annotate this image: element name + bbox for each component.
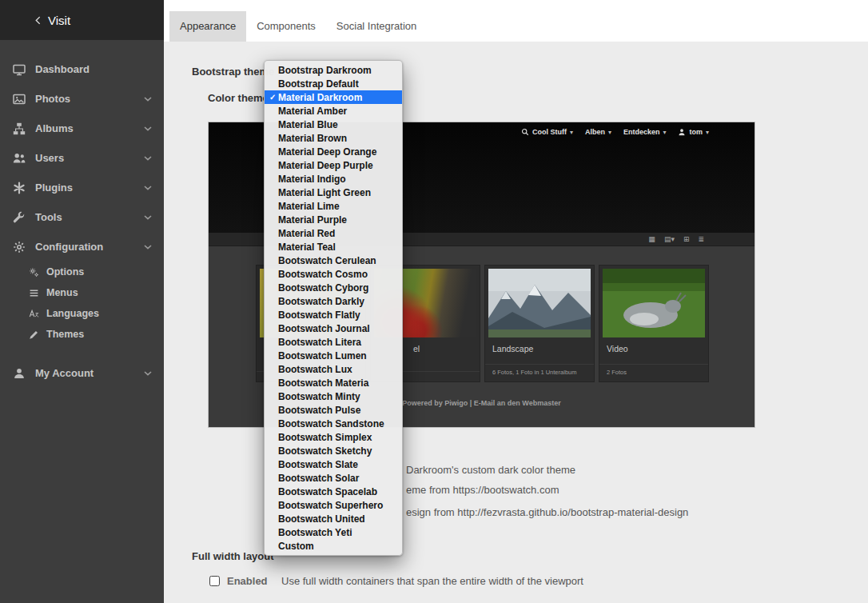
dropdown-option-label: Custom xyxy=(278,541,314,552)
album-card: Video 2 Fotos xyxy=(599,265,709,382)
dropdown-option[interactable]: Bootstrap Darkroom xyxy=(265,63,402,77)
tools-icon xyxy=(13,211,26,224)
dropdown-option-label: Bootswatch Minty xyxy=(278,391,360,402)
tab-appearance[interactable]: Appearance xyxy=(169,11,246,42)
dropdown-option-label: Material Red xyxy=(278,228,335,239)
user-icon xyxy=(678,128,686,136)
album-card-footer: 6 Fotos, 1 Foto in 1 Unteralbum xyxy=(485,364,594,381)
dropdown-option[interactable]: Bootswatch Materia xyxy=(265,376,402,389)
dropdown-option[interactable]: Material Blue xyxy=(265,118,402,131)
dropdown-option-label: Material Light Green xyxy=(278,187,371,198)
dropdown-option[interactable]: Material Light Green xyxy=(265,186,402,199)
album-card-footer: 2 Fotos xyxy=(599,364,708,381)
dropdown-option[interactable]: Material Purple xyxy=(265,213,402,226)
dropdown-option[interactable]: Bootswatch Darkly xyxy=(265,294,402,308)
dropdown-option-label: Bootswatch Flatly xyxy=(278,309,360,321)
dropdown-option[interactable]: Bootswatch Litera xyxy=(265,335,402,349)
preview-navbar: Cool Stuff ▾ Alben ▾ Entdecken ▾ tom xyxy=(521,128,709,136)
dropdown-option-label: Material Amber xyxy=(278,106,347,117)
dropdown-option[interactable]: Bootswatch Sandstone xyxy=(265,417,402,430)
dropdown-option-label: Material Brown xyxy=(278,133,347,144)
calendar-view-icon: ▤▾ xyxy=(664,234,675,245)
sidebar-item-users[interactable]: Users xyxy=(0,143,164,173)
tab-components[interactable]: Components xyxy=(246,11,326,42)
dropdown-option[interactable]: Bootswatch United xyxy=(265,512,402,525)
dropdown-option-label: Material Blue xyxy=(278,119,338,130)
dropdown-option[interactable]: Bootswatch Lumen xyxy=(265,349,402,362)
configuration-icon xyxy=(13,241,26,254)
users-icon xyxy=(13,152,26,165)
dropdown-option-label: Bootswatch Superhero xyxy=(278,500,383,511)
dropdown-option[interactable]: Bootswatch Flatly xyxy=(265,308,402,321)
dropdown-option[interactable]: Bootswatch Simplex xyxy=(265,430,402,444)
dropdown-option[interactable]: Bootswatch Sketchy xyxy=(265,444,402,457)
sidebar-item-label: Plugins xyxy=(35,182,73,194)
dropdown-option-label: Material Teal xyxy=(278,242,336,253)
main-panel: Appearance Components Social Integration… xyxy=(164,0,868,603)
sidebar-item-label: Users xyxy=(35,152,64,164)
dropdown-option[interactable]: Material Lime xyxy=(265,199,402,213)
visit-link[interactable]: Visit xyxy=(0,0,164,40)
large-grid-icon: ⊞ xyxy=(683,234,690,245)
dropdown-option[interactable]: Material Red xyxy=(265,226,402,240)
dropdown-option-label: Material Darkroom xyxy=(278,92,362,103)
sidebar-item-configuration[interactable]: Configuration xyxy=(0,232,164,262)
dropdown-option[interactable]: Material Brown xyxy=(265,131,402,145)
album-card: Landscape 6 Fotos, 1 Foto in 1 Unteralbu… xyxy=(484,265,595,382)
caret-down-icon: ▾ xyxy=(663,129,666,136)
languages-icon xyxy=(29,309,39,319)
sidebar-item-plugins[interactable]: Plugins xyxy=(0,173,164,202)
dropdown-option[interactable]: Bootswatch Yeti xyxy=(265,525,402,539)
dropdown-option[interactable]: Bootswatch Cerulean xyxy=(265,254,402,267)
dropdown-option[interactable]: Bootswatch Pulse xyxy=(265,403,402,417)
dropdown-option-label: Bootswatch Simplex xyxy=(278,432,372,443)
albums-icon xyxy=(13,122,26,135)
sidebar-item-label: Themes xyxy=(46,329,84,340)
check-icon xyxy=(269,93,278,102)
dropdown-option-label: Bootswatch Slate xyxy=(278,459,358,470)
my-account-icon xyxy=(13,367,26,380)
dropdown-option[interactable]: Material Deep Purple xyxy=(265,158,402,172)
dropdown-option[interactable]: Bootswatch Cosmo xyxy=(265,267,402,281)
dropdown-option[interactable]: Material Indigo xyxy=(265,172,402,186)
dropdown-option[interactable]: Bootswatch Minty xyxy=(265,389,402,403)
chevron-down-icon xyxy=(144,126,152,131)
dropdown-option-label: Bootswatch Lux xyxy=(278,364,352,375)
sidebar-item-languages[interactable]: Languages xyxy=(0,303,164,324)
sidebar-item-my-account[interactable]: My Account xyxy=(0,358,164,388)
dropdown-option[interactable]: Custom xyxy=(265,539,402,553)
sidebar-item-dashboard[interactable]: Dashboard xyxy=(0,54,164,84)
sidebar-item-label: Languages xyxy=(46,308,99,319)
grid-view-icon: ▦ xyxy=(648,234,655,245)
preview-toolbar-icons: ▦ ▤▾ ⊞ ≣ xyxy=(648,234,704,245)
sidebar-item-options[interactable]: Options xyxy=(0,262,164,282)
dropdown-option[interactable]: Bootswatch Solar xyxy=(265,471,402,485)
sidebar-item-tools[interactable]: Tools xyxy=(0,202,164,232)
dropdown-option[interactable]: Material Amber xyxy=(265,104,402,118)
sidebar-item-menus[interactable]: Menus xyxy=(0,282,164,303)
menus-icon xyxy=(29,288,39,298)
dropdown-option[interactable]: Bootswatch Superhero xyxy=(265,498,402,512)
dropdown-option[interactable]: Bootswatch Spacelab xyxy=(265,485,402,498)
dropdown-option-label: Bootswatch Yeti xyxy=(278,527,352,538)
dropdown-option-label: Material Indigo xyxy=(278,174,346,185)
sidebar-item-albums[interactable]: Albums xyxy=(0,114,164,143)
sidebar-item-photos[interactable]: Photos xyxy=(0,84,164,114)
dropdown-option[interactable]: Material Teal xyxy=(265,240,402,254)
full-width-description: Use full width containers that span the … xyxy=(281,575,583,587)
search-icon xyxy=(521,128,529,136)
dropdown-option-label: Bootswatch Lumen xyxy=(278,350,367,361)
tab-social-integration[interactable]: Social Integration xyxy=(326,11,427,42)
album-thumbnail xyxy=(603,269,705,337)
dropdown-option[interactable]: Bootswatch Slate xyxy=(265,457,402,471)
dropdown-option[interactable]: Bootstrap Default xyxy=(265,77,402,90)
sidebar-item-themes[interactable]: Themes xyxy=(0,324,164,345)
full-width-enabled-checkbox[interactable] xyxy=(209,576,220,586)
dropdown-option[interactable]: Bootswatch Journal xyxy=(265,321,402,335)
photos-icon xyxy=(13,93,26,106)
dropdown-option[interactable]: Bootswatch Lux xyxy=(265,362,402,376)
dropdown-option[interactable]: Bootswatch Cyborg xyxy=(265,281,402,294)
dropdown-option[interactable]: Material Darkroom xyxy=(265,90,402,104)
dropdown-option-label: Material Purple xyxy=(278,214,347,226)
dropdown-option[interactable]: Material Deep Orange xyxy=(265,145,402,158)
